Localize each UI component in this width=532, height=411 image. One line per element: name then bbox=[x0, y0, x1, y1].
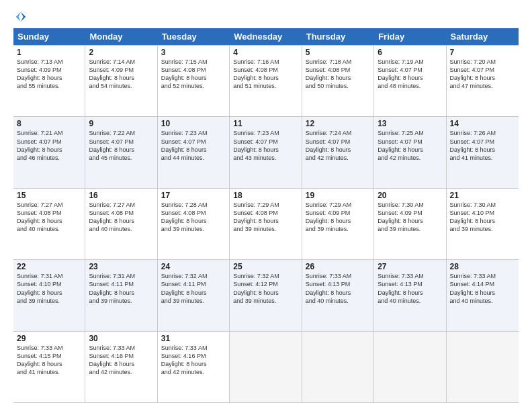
day-info: Sunrise: 7:29 AMSunset: 4:08 PMDaylight:… bbox=[233, 201, 298, 234]
day-info: Sunrise: 7:30 AMSunset: 4:09 PMDaylight:… bbox=[378, 201, 442, 234]
calendar-header-day: Thursday bbox=[302, 28, 374, 45]
page: SundayMondayTuesdayWednesdayThursdayFrid… bbox=[0, 0, 532, 411]
calendar: SundayMondayTuesdayWednesdayThursdayFrid… bbox=[13, 28, 519, 403]
day-number: 19 bbox=[306, 191, 370, 200]
calendar-cell: 28 Sunrise: 7:33 AMSunset: 4:14 PMDaylig… bbox=[447, 260, 519, 330]
calendar-cell: 31 Sunrise: 7:33 AMSunset: 4:16 PMDaylig… bbox=[158, 332, 230, 402]
calendar-cell: 3 Sunrise: 7:15 AMSunset: 4:08 PMDayligh… bbox=[158, 46, 230, 116]
day-number: 2 bbox=[89, 48, 153, 57]
calendar-cell: 14 Sunrise: 7:26 AMSunset: 4:07 PMDaylig… bbox=[447, 117, 519, 187]
day-number: 16 bbox=[89, 191, 153, 200]
day-info: Sunrise: 7:16 AMSunset: 4:08 PMDaylight:… bbox=[233, 58, 298, 91]
day-number: 7 bbox=[450, 48, 515, 57]
calendar-body: 1 Sunrise: 7:13 AMSunset: 4:09 PMDayligh… bbox=[13, 45, 519, 403]
calendar-cell: 22 Sunrise: 7:31 AMSunset: 4:10 PMDaylig… bbox=[13, 260, 85, 330]
day-number: 13 bbox=[378, 119, 442, 128]
day-number: 14 bbox=[450, 119, 515, 128]
calendar-cell: 25 Sunrise: 7:32 AMSunset: 4:12 PMDaylig… bbox=[230, 260, 302, 330]
day-info: Sunrise: 7:33 AMSunset: 4:13 PMDaylight:… bbox=[306, 272, 370, 305]
calendar-cell: 9 Sunrise: 7:22 AMSunset: 4:07 PMDayligh… bbox=[85, 117, 157, 187]
calendar-cell: 13 Sunrise: 7:25 AMSunset: 4:07 PMDaylig… bbox=[374, 117, 446, 187]
calendar-cell bbox=[447, 332, 519, 402]
day-number: 27 bbox=[378, 262, 442, 271]
day-info: Sunrise: 7:23 AMSunset: 4:07 PMDaylight:… bbox=[161, 129, 226, 162]
day-info: Sunrise: 7:31 AMSunset: 4:11 PMDaylight:… bbox=[89, 272, 153, 305]
day-info: Sunrise: 7:33 AMSunset: 4:15 PMDaylight:… bbox=[17, 344, 81, 377]
calendar-cell bbox=[374, 332, 446, 402]
day-number: 25 bbox=[233, 262, 298, 271]
calendar-cell: 24 Sunrise: 7:32 AMSunset: 4:11 PMDaylig… bbox=[158, 260, 230, 330]
calendar-cell: 19 Sunrise: 7:29 AMSunset: 4:09 PMDaylig… bbox=[302, 189, 374, 259]
calendar-row: 22 Sunrise: 7:31 AMSunset: 4:10 PMDaylig… bbox=[13, 260, 519, 331]
day-info: Sunrise: 7:33 AMSunset: 4:14 PMDaylight:… bbox=[450, 272, 515, 305]
calendar-cell: 27 Sunrise: 7:33 AMSunset: 4:13 PMDaylig… bbox=[374, 260, 446, 330]
day-number: 3 bbox=[161, 48, 226, 57]
calendar-cell: 18 Sunrise: 7:29 AMSunset: 4:08 PMDaylig… bbox=[230, 189, 302, 259]
day-number: 11 bbox=[233, 119, 298, 128]
day-number: 24 bbox=[161, 262, 226, 271]
calendar-row: 8 Sunrise: 7:21 AMSunset: 4:07 PMDayligh… bbox=[13, 117, 519, 188]
day-info: Sunrise: 7:23 AMSunset: 4:07 PMDaylight:… bbox=[233, 129, 298, 162]
day-number: 18 bbox=[233, 191, 298, 200]
logo-icon bbox=[15, 11, 27, 23]
calendar-cell bbox=[302, 332, 374, 402]
day-number: 4 bbox=[233, 48, 298, 57]
logo bbox=[13, 11, 81, 23]
day-info: Sunrise: 7:15 AMSunset: 4:08 PMDaylight:… bbox=[161, 58, 226, 91]
day-info: Sunrise: 7:20 AMSunset: 4:07 PMDaylight:… bbox=[450, 58, 515, 91]
calendar-cell: 8 Sunrise: 7:21 AMSunset: 4:07 PMDayligh… bbox=[13, 117, 85, 187]
day-number: 9 bbox=[89, 119, 153, 128]
day-info: Sunrise: 7:18 AMSunset: 4:08 PMDaylight:… bbox=[306, 58, 370, 91]
calendar-row: 1 Sunrise: 7:13 AMSunset: 4:09 PMDayligh… bbox=[13, 45, 519, 117]
header bbox=[13, 11, 519, 23]
calendar-cell: 30 Sunrise: 7:33 AMSunset: 4:16 PMDaylig… bbox=[85, 332, 157, 402]
calendar-row: 15 Sunrise: 7:27 AMSunset: 4:08 PMDaylig… bbox=[13, 189, 519, 260]
day-number: 21 bbox=[450, 191, 515, 200]
calendar-cell: 2 Sunrise: 7:14 AMSunset: 4:09 PMDayligh… bbox=[85, 46, 157, 116]
calendar-cell: 15 Sunrise: 7:27 AMSunset: 4:08 PMDaylig… bbox=[13, 189, 85, 259]
day-number: 10 bbox=[161, 119, 226, 128]
calendar-cell: 16 Sunrise: 7:27 AMSunset: 4:08 PMDaylig… bbox=[85, 189, 157, 259]
day-info: Sunrise: 7:29 AMSunset: 4:09 PMDaylight:… bbox=[306, 201, 370, 234]
day-number: 1 bbox=[17, 48, 81, 57]
calendar-cell: 6 Sunrise: 7:19 AMSunset: 4:07 PMDayligh… bbox=[374, 46, 446, 116]
day-number: 15 bbox=[17, 191, 81, 200]
calendar-header: SundayMondayTuesdayWednesdayThursdayFrid… bbox=[13, 28, 519, 45]
calendar-cell: 29 Sunrise: 7:33 AMSunset: 4:15 PMDaylig… bbox=[13, 332, 85, 402]
day-number: 31 bbox=[161, 334, 226, 343]
day-info: Sunrise: 7:22 AMSunset: 4:07 PMDaylight:… bbox=[89, 129, 153, 162]
calendar-header-day: Saturday bbox=[447, 28, 519, 45]
day-info: Sunrise: 7:32 AMSunset: 4:12 PMDaylight:… bbox=[233, 272, 298, 305]
calendar-cell: 4 Sunrise: 7:16 AMSunset: 4:08 PMDayligh… bbox=[230, 46, 302, 116]
calendar-cell: 1 Sunrise: 7:13 AMSunset: 4:09 PMDayligh… bbox=[13, 46, 85, 116]
day-number: 29 bbox=[17, 334, 81, 343]
calendar-cell: 21 Sunrise: 7:30 AMSunset: 4:10 PMDaylig… bbox=[447, 189, 519, 259]
calendar-cell: 10 Sunrise: 7:23 AMSunset: 4:07 PMDaylig… bbox=[158, 117, 230, 187]
day-number: 6 bbox=[378, 48, 442, 57]
day-info: Sunrise: 7:21 AMSunset: 4:07 PMDaylight:… bbox=[17, 129, 81, 162]
day-number: 23 bbox=[89, 262, 153, 271]
day-number: 17 bbox=[161, 191, 226, 200]
calendar-row: 29 Sunrise: 7:33 AMSunset: 4:15 PMDaylig… bbox=[13, 332, 519, 403]
day-number: 22 bbox=[17, 262, 81, 271]
calendar-header-day: Tuesday bbox=[158, 28, 230, 45]
day-number: 26 bbox=[306, 262, 370, 271]
day-info: Sunrise: 7:28 AMSunset: 4:08 PMDaylight:… bbox=[161, 201, 226, 234]
day-info: Sunrise: 7:33 AMSunset: 4:16 PMDaylight:… bbox=[89, 344, 153, 377]
calendar-cell: 17 Sunrise: 7:28 AMSunset: 4:08 PMDaylig… bbox=[158, 189, 230, 259]
calendar-cell: 5 Sunrise: 7:18 AMSunset: 4:08 PMDayligh… bbox=[302, 46, 374, 116]
day-info: Sunrise: 7:33 AMSunset: 4:13 PMDaylight:… bbox=[378, 272, 442, 305]
calendar-cell: 12 Sunrise: 7:24 AMSunset: 4:07 PMDaylig… bbox=[302, 117, 374, 187]
calendar-cell: 7 Sunrise: 7:20 AMSunset: 4:07 PMDayligh… bbox=[447, 46, 519, 116]
day-info: Sunrise: 7:32 AMSunset: 4:11 PMDaylight:… bbox=[161, 272, 226, 305]
day-number: 8 bbox=[17, 119, 81, 128]
day-number: 30 bbox=[89, 334, 153, 343]
day-number: 20 bbox=[378, 191, 442, 200]
day-info: Sunrise: 7:33 AMSunset: 4:16 PMDaylight:… bbox=[161, 344, 226, 377]
day-info: Sunrise: 7:13 AMSunset: 4:09 PMDaylight:… bbox=[17, 58, 81, 91]
day-number: 5 bbox=[306, 48, 370, 57]
day-info: Sunrise: 7:27 AMSunset: 4:08 PMDaylight:… bbox=[17, 201, 81, 234]
day-info: Sunrise: 7:26 AMSunset: 4:07 PMDaylight:… bbox=[450, 129, 515, 162]
day-number: 12 bbox=[306, 119, 370, 128]
day-info: Sunrise: 7:27 AMSunset: 4:08 PMDaylight:… bbox=[89, 201, 153, 234]
